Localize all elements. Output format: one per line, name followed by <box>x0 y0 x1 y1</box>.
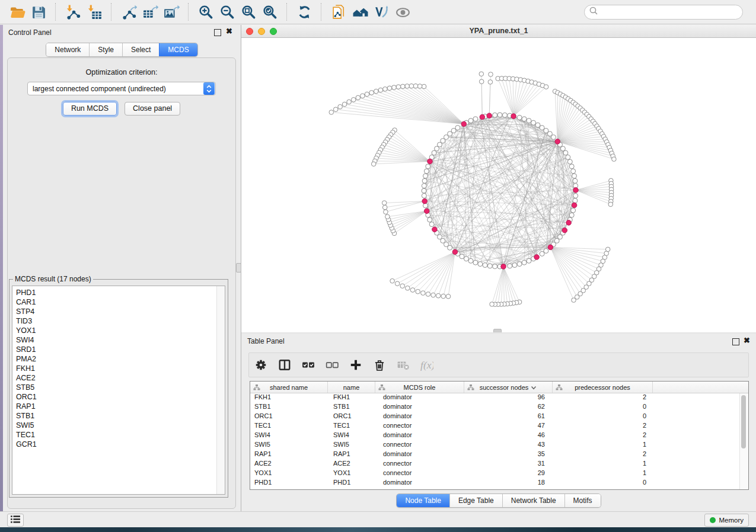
tab-node-table[interactable]: Node Table <box>397 494 449 507</box>
mcds-result-item[interactable]: YOX1 <box>12 326 225 335</box>
eye-icon[interactable] <box>392 2 413 21</box>
column-header-shared-name[interactable]: shared name <box>250 382 328 393</box>
save-icon[interactable] <box>28 2 49 21</box>
table-row[interactable]: SWI4SWI4dominator462 <box>250 431 748 441</box>
tab-network-table[interactable]: Network Table <box>502 494 564 507</box>
close-panel-icon[interactable]: ✖ <box>226 27 232 36</box>
result-list-scrollbar[interactable] <box>216 286 225 494</box>
table-scrollbar[interactable] <box>739 393 748 489</box>
mcds-result-item[interactable]: FKH1 <box>12 364 225 373</box>
deselect-all-icon[interactable] <box>320 355 344 375</box>
table-row[interactable]: ACE2ACE2connector311 <box>250 460 748 469</box>
svg-text:f(x): f(x) <box>420 359 433 371</box>
export-image-icon[interactable] <box>161 2 182 21</box>
table-float-panel-icon[interactable] <box>732 338 739 345</box>
search-box[interactable] <box>584 5 743 20</box>
mcds-result-item[interactable]: PMA2 <box>12 354 225 364</box>
toolbar-separator <box>286 3 288 21</box>
delete-icon[interactable] <box>368 355 391 375</box>
control-panel-tabs: NetworkStyleSelectMCDS <box>3 43 241 57</box>
tab-mcds[interactable]: MCDS <box>159 43 197 56</box>
split-view-icon[interactable] <box>273 355 296 375</box>
column-header-predecessor-nodes[interactable]: predecessor nodes <box>553 382 653 393</box>
run-mcds-button[interactable]: Run MCDS <box>63 102 117 116</box>
mcds-result-item[interactable]: SWI5 <box>12 421 225 430</box>
mcds-result-item[interactable]: ORC1 <box>12 392 225 402</box>
mcds-result-item[interactable]: PHD1 <box>12 288 225 297</box>
settings-icon[interactable] <box>249 355 273 375</box>
app-window: Control Panel ✖ NetworkStyleSelectMCDS O… <box>0 0 756 527</box>
sort-caret-icon <box>531 384 537 391</box>
tab-motifs[interactable]: Motifs <box>564 494 601 507</box>
mcds-result-item[interactable]: SWI4 <box>12 335 225 345</box>
add-icon[interactable] <box>344 355 368 375</box>
table-scrollbar-thumb[interactable] <box>741 395 746 448</box>
tab-edge-table[interactable]: Edge Table <box>449 494 502 507</box>
node-table: shared namenameMCDS rolesuccessor nodesp… <box>250 381 749 490</box>
export-table-icon[interactable] <box>139 2 161 21</box>
mcds-result-item[interactable]: GCR1 <box>12 440 225 449</box>
refresh-icon[interactable] <box>294 2 315 21</box>
window-minimize-icon[interactable] <box>258 28 265 35</box>
tab-style[interactable]: Style <box>89 43 122 56</box>
table-row[interactable]: TEC1TEC1connector472 <box>250 422 748 431</box>
select-all-icon[interactable] <box>296 355 320 375</box>
optimization-criterion-label: Optimization criterion: <box>8 58 235 76</box>
window-close-icon[interactable] <box>246 28 253 35</box>
float-panel-icon[interactable] <box>214 29 221 36</box>
table-row[interactable]: ORC1ORC1dominator610 <box>250 412 748 422</box>
hide-annotations-icon[interactable] <box>371 2 392 21</box>
mcds-result-item[interactable]: STB5 <box>12 383 225 392</box>
network-window-title: YPA_prune.txt_1 <box>241 25 756 37</box>
delete-table-icon[interactable] <box>391 355 415 375</box>
mcds-result-item[interactable]: STB1 <box>12 411 225 421</box>
export-network-icon[interactable] <box>118 2 139 21</box>
mcds-result-item[interactable]: ACE2 <box>12 373 225 383</box>
search-input[interactable] <box>601 7 742 17</box>
mcds-result-item[interactable]: SRD1 <box>12 345 225 354</box>
table-close-panel-icon[interactable]: ✖ <box>744 336 750 345</box>
toolbar-separator <box>111 3 112 21</box>
column-type-icon <box>253 384 260 392</box>
table-row[interactable]: SWI5SWI5connector431 <box>250 441 748 450</box>
control-panel-titlebar: Control Panel ✖ <box>3 25 241 40</box>
column-header-name[interactable]: name <box>328 382 375 393</box>
share-document-icon[interactable] <box>328 2 349 21</box>
window-zoom-icon[interactable] <box>270 28 277 35</box>
zoom-fit-icon[interactable] <box>238 2 259 21</box>
network-window: YPA_prune.txt_1 <box>241 25 756 334</box>
mcds-result-item[interactable]: CAR1 <box>12 297 225 307</box>
column-header-successor-nodes[interactable]: successor nodes <box>464 382 553 393</box>
zoom-in-icon[interactable] <box>195 2 216 21</box>
memory-button[interactable]: Memory <box>704 514 749 527</box>
table-row[interactable]: STB1STB1dominator620 <box>250 403 748 412</box>
vertical-splitter-handle[interactable] <box>236 263 241 273</box>
mcds-result-item[interactable]: STP4 <box>12 307 225 316</box>
tab-network[interactable]: Network <box>46 43 89 56</box>
table-row[interactable]: FKH1FKH1dominator962 <box>250 393 748 403</box>
table-row[interactable]: PHD1PHD1dominator180 <box>250 479 748 488</box>
zoom-selected-icon[interactable] <box>259 2 280 21</box>
function-icon[interactable]: f(x) <box>415 355 439 375</box>
column-type-icon <box>467 384 474 392</box>
import-table-icon[interactable] <box>84 2 105 21</box>
mcds-result-item[interactable]: RAP1 <box>12 402 225 411</box>
table-row[interactable]: YOX1YOX1connector291 <box>250 469 748 479</box>
zoom-out-icon[interactable] <box>216 2 238 21</box>
table-header-row: shared namenameMCDS rolesuccessor nodesp… <box>250 382 748 393</box>
import-network-icon[interactable] <box>62 2 84 21</box>
memory-status-icon <box>710 517 716 523</box>
open-icon[interactable] <box>7 2 28 21</box>
table-row[interactable]: RAP1RAP1dominator352 <box>250 450 748 460</box>
mcds-result-item[interactable]: TID3 <box>12 316 225 326</box>
mcds-result-list[interactable]: PHD1CAR1STP4TID3YOX1SWI4SRD1PMA2FKH1ACE2… <box>12 286 225 495</box>
tab-select[interactable]: Select <box>122 43 159 56</box>
close-panel-button[interactable]: Close panel <box>125 102 180 116</box>
mcds-result-item[interactable]: TEC1 <box>12 430 225 440</box>
network-canvas[interactable] <box>241 38 756 332</box>
column-type-icon <box>378 384 385 392</box>
criterion-select[interactable]: largest connected component (undirected) <box>27 82 216 95</box>
home-icon[interactable] <box>349 2 371 21</box>
task-history-button[interactable] <box>7 514 24 527</box>
column-header-MCDS-role[interactable]: MCDS role <box>375 382 464 393</box>
